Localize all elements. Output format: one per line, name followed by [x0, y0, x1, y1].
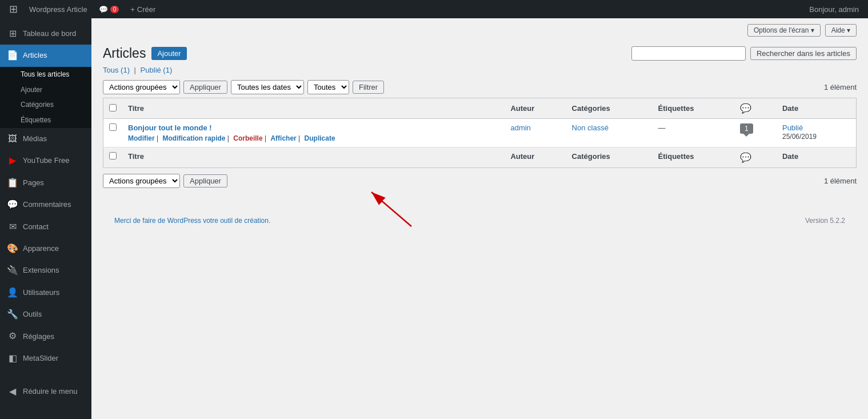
screen-options-label: Options de l'écran ▾ — [754, 26, 814, 34]
dates-select[interactable]: Toutes les dates — [231, 80, 304, 94]
sidebar-label-metaslider: MetaSlider — [23, 353, 58, 364]
help-label: Aide ▾ — [831, 26, 850, 34]
sidebar-label-contact: Contact — [23, 222, 49, 232]
th-author: Auteur — [505, 98, 566, 119]
articles-table: Titre Auteur Catégories Étiquettes 💬 — [103, 98, 857, 168]
submenu-etiquettes[interactable]: Étiquettes — [0, 113, 91, 128]
reglages-icon: ⚙ — [7, 330, 18, 342]
corbeille-link[interactable]: Corbeille — [233, 134, 262, 142]
sidebar-label-apparence: Apparence — [23, 244, 59, 254]
extensions-icon: 🔌 — [7, 264, 18, 277]
create-item[interactable]: + Créer — [126, 0, 160, 18]
modifier-link[interactable]: Modifier — [128, 134, 155, 142]
search-area: Rechercher dans les articles — [631, 46, 857, 61]
row-category-cell: Non classé — [566, 119, 653, 147]
sidebar-item-reglages[interactable]: ⚙ Réglages — [0, 325, 91, 347]
sidebar-item-commentaires[interactable]: 💬 Commentaires — [0, 194, 91, 216]
th-comments: 💬 — [734, 98, 777, 119]
category-link[interactable]: Non classé — [572, 123, 609, 132]
duplicate-link[interactable]: Duplicate — [305, 134, 335, 142]
date-status: Publié — [782, 123, 803, 132]
filter-button[interactable]: Filtrer — [353, 81, 384, 94]
sidebar-label-extensions: Extensions — [23, 265, 59, 276]
apply-button-top[interactable]: Appliquer — [183, 81, 227, 94]
screen-options-bar: Options de l'écran ▾ Aide ▾ — [103, 24, 857, 37]
wp-footer: Merci de faire de WordPress votre outil … — [103, 211, 857, 230]
pages-icon: 📋 — [7, 177, 18, 189]
sidebar-item-medias[interactable]: 🖼 Médias — [0, 128, 91, 150]
row-date-cell: Publié 25/06/2019 — [777, 119, 857, 147]
main-content: Options de l'écran ▾ Aide ▾ Articles Ajo… — [91, 18, 868, 419]
filter-publie-count: 1 — [166, 66, 170, 74]
categories-select[interactable]: Toutes — [307, 80, 349, 94]
article-title-link[interactable]: Bonjour tout le monde ! — [128, 123, 212, 132]
screen-options-button[interactable]: Options de l'écran ▾ — [747, 24, 821, 37]
afficher-link[interactable]: Afficher — [270, 134, 296, 142]
row-checkbox-cell — [103, 119, 123, 147]
author-link[interactable]: admin — [510, 123, 530, 132]
site-name-item[interactable]: Wordpress Article — [25, 0, 92, 18]
action-corbeille: Corbeille | — [233, 134, 268, 142]
submenu-tous-articles[interactable]: Tous les articles — [0, 67, 91, 82]
footer-credit-link[interactable]: Merci de faire de WordPress votre outil … — [114, 217, 270, 225]
filter-publie-link[interactable]: Publié (1) — [141, 66, 173, 74]
table-row: Bonjour tout le monde ! Modifier | Modif… — [103, 119, 857, 147]
sidebar-item-utilisateurs[interactable]: 👤 Utilisateurs — [0, 282, 91, 304]
action-modifier: Modifier | — [128, 134, 160, 142]
comment-header-icon: 💬 — [740, 103, 751, 113]
header-row: Titre Auteur Catégories Étiquettes 💬 — [103, 98, 857, 119]
row-checkbox[interactable] — [109, 123, 117, 131]
help-button[interactable]: Aide ▾ — [825, 24, 857, 37]
wp-logo-item[interactable]: ⊞ — [5, 0, 22, 18]
articles-submenu: Tous les articles Ajouter Catégories Éti… — [0, 67, 91, 128]
wp-logo-icon: ⊞ — [9, 3, 18, 15]
comment-count: 0 — [110, 6, 119, 13]
submenu-categories[interactable]: Catégories — [0, 97, 91, 113]
filter-tous-link[interactable]: Tous (1) — [103, 66, 132, 74]
table-header: Titre Auteur Catégories Étiquettes 💬 — [103, 98, 857, 119]
sidebar-item-articles[interactable]: 📄 Articles — [0, 45, 91, 66]
comments-item[interactable]: 💬 0 — [94, 0, 124, 18]
admin-bar: ⊞ Wordpress Article 💬 0 + Créer Bonjour,… — [0, 0, 868, 18]
sidebar-item-extensions[interactable]: 🔌 Extensions — [0, 260, 91, 281]
create-label: Créer — [137, 5, 156, 14]
date-value: 25/06/2019 — [782, 133, 817, 141]
search-button[interactable]: Rechercher dans les articles — [750, 47, 857, 60]
footer-row-checkbox[interactable] — [109, 152, 117, 159]
sidebar-label-youtube: YouTube Free — [23, 155, 69, 166]
items-count-top: 1 élément — [824, 83, 857, 91]
sidebar-item-pages[interactable]: 📋 Pages — [0, 172, 91, 194]
select-all-checkbox[interactable] — [109, 104, 117, 111]
sidebar-item-dashboard[interactable]: ⊞ Tableau de bord — [0, 23, 91, 45]
sidebar-item-outils[interactable]: 🔧 Outils — [0, 304, 91, 325]
sidebar-label-commentaires: Commentaires — [23, 199, 71, 210]
bulk-actions-select-bottom[interactable]: Actions groupées — [103, 174, 180, 188]
th-etiquettes: Étiquettes — [653, 98, 734, 119]
row-tags-cell: — — [653, 119, 734, 147]
th-checkbox — [103, 98, 123, 119]
modification-rapide-link[interactable]: Modification rapide — [162, 134, 225, 142]
sidebar-item-youtube[interactable]: ▶ YouTube Free — [0, 150, 91, 171]
comment-count-badge[interactable]: 1 — [740, 123, 753, 134]
toolbar-top: Actions groupées Appliquer Toutes les da… — [103, 80, 857, 94]
search-input[interactable] — [631, 46, 746, 61]
sidebar-label-dashboard: Tableau de bord — [23, 29, 76, 39]
sidebar-item-contact[interactable]: ✉ Contact — [0, 216, 91, 238]
sidebar-item-apparence[interactable]: 🎨 Apparence — [0, 238, 91, 260]
footer-credit-text: Merci de faire de WordPress votre outil … — [114, 217, 270, 225]
youtube-icon: ▶ — [7, 154, 18, 167]
sidebar-item-metaslider[interactable]: ◧ MetaSlider — [0, 348, 91, 369]
submenu-ajouter[interactable]: Ajouter — [0, 82, 91, 98]
row-author-cell: admin — [505, 119, 566, 147]
bulk-actions-select-top[interactable]: Actions groupées — [103, 80, 180, 94]
add-new-button[interactable]: Ajouter — [151, 47, 186, 60]
footer-comment-icon: 💬 — [740, 153, 751, 162]
footer-author-col: Auteur — [505, 147, 566, 168]
sidebar-item-reduce[interactable]: ◀ Réduire le menu — [0, 381, 91, 402]
metaslider-icon: ◧ — [7, 352, 18, 365]
apply-button-bottom[interactable]: Appliquer — [183, 174, 227, 187]
footer-version: Version 5.2.2 — [805, 217, 845, 225]
submenu-label-categories: Catégories — [21, 100, 54, 110]
adminbar-right: Bonjour, admin — [805, 5, 863, 14]
reduce-icon: ◀ — [7, 385, 18, 398]
